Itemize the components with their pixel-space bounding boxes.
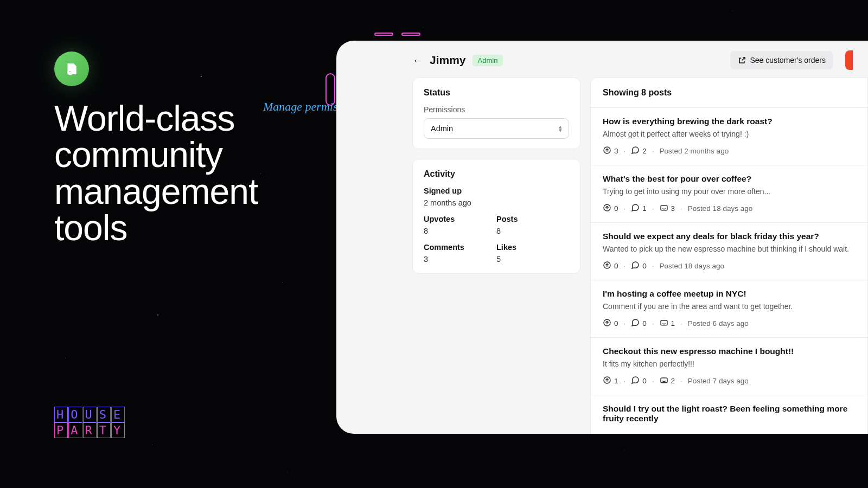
post-body: Trying to get into using my pour over mo… [603, 187, 856, 196]
like-count: 1 [660, 318, 675, 329]
post-meta: 1·0·2·Posted 7 days ago [603, 376, 856, 386]
comments-value: 3 [424, 255, 496, 264]
likes-value: 5 [496, 255, 569, 264]
posted-time: Posted 2 months ago [660, 147, 729, 155]
comment-icon [631, 261, 640, 271]
decorative-tab-outline [401, 33, 420, 36]
panel-header: ← Jimmy Admin See customer's orders [336, 41, 868, 78]
post-body: It fits my kitchen perfectly!!! [603, 359, 856, 368]
comment-icon [631, 203, 640, 214]
post-item[interactable]: Should I try out the light roast? Been f… [591, 395, 867, 434]
upvote-icon [603, 261, 611, 271]
posts-panel: Showing 8 posts How is everything brewin… [590, 78, 868, 434]
permissions-select[interactable]: Admin ▴▾ [424, 118, 569, 139]
upvote-count: 0 [603, 318, 618, 329]
post-title: What's the best for pour over coffee? [603, 174, 856, 184]
posted-time: Posted 7 days ago [688, 377, 749, 385]
admin-panel: ← Jimmy Admin See customer's orders Stat… [336, 41, 868, 434]
like-count: 2 [660, 376, 675, 386]
see-orders-button[interactable]: See customer's orders [730, 51, 833, 69]
post-item[interactable]: What's the best for pour over coffee?Try… [591, 165, 867, 223]
brand-logo-icon [54, 52, 89, 86]
post-body: Wanted to pick up the new espresso machi… [603, 245, 856, 253]
upvotes-value: 8 [424, 227, 496, 235]
signed-up-label: Signed up [424, 187, 569, 195]
comment-count: 0 [631, 376, 647, 386]
select-caret-icon: ▴▾ [559, 125, 562, 132]
upvote-count: 3 [603, 146, 618, 156]
post-title: I'm hosting a coffee meetup in NYC! [603, 289, 856, 299]
post-item[interactable]: How is everything brewing the dark roast… [591, 108, 867, 165]
post-meta: 0·1·3·Posted 18 days ago [603, 203, 856, 214]
brand-wordmark: HOUSE PARTY [54, 407, 125, 438]
post-title: Checkout this new espresso machine I bou… [603, 346, 856, 356]
post-title: Should we expect any deals for black fri… [603, 232, 856, 241]
spam-button-edge[interactable] [845, 50, 853, 70]
signed-up-value: 2 months ago [424, 198, 569, 207]
permissions-label: Permissions [424, 105, 569, 114]
post-item[interactable]: Should we expect any deals for black fri… [591, 223, 867, 280]
smile-icon [660, 203, 668, 214]
post-body: Almost got it perfect after weeks of try… [603, 130, 856, 138]
post-meta: 0·0·Posted 18 days ago [603, 261, 856, 271]
smile-icon [660, 318, 668, 329]
back-button[interactable]: ← [412, 54, 423, 67]
upvotes-label: Upvotes [424, 215, 496, 223]
likes-label: Likes [496, 243, 569, 252]
activity-card-title: Activity [424, 169, 569, 179]
upvote-count: 0 [603, 203, 618, 214]
comment-count: 1 [631, 203, 647, 214]
upvote-icon [603, 203, 611, 214]
user-name: Jimmy [430, 54, 466, 67]
upvote-icon [603, 318, 611, 329]
posts-value: 8 [496, 227, 569, 235]
role-badge: Admin [473, 55, 503, 66]
activity-card: Activity Signed up 2 months ago Upvotes … [412, 159, 580, 274]
like-count: 3 [660, 203, 675, 214]
post-title: Should I try out the light roast? Been f… [603, 404, 856, 423]
permissions-value: Admin [431, 124, 453, 133]
upvote-count: 0 [603, 261, 618, 271]
comments-label: Comments [424, 243, 496, 252]
post-title: How is everything brewing the dark roast… [603, 117, 856, 126]
status-card-title: Status [424, 88, 569, 98]
decorative-tab-outline [374, 33, 393, 36]
post-meta: 0·0·1·Posted 6 days ago [603, 318, 856, 329]
comment-count: 0 [631, 318, 647, 329]
status-card: Status Permissions Admin ▴▾ [412, 78, 580, 149]
comment-icon [631, 146, 640, 156]
posted-time: Posted 18 days ago [660, 262, 724, 270]
headline: World-classcommunitymanagementtools [54, 100, 258, 246]
post-body: Comment if you are in the area and want … [603, 302, 856, 311]
comment-count: 2 [631, 146, 647, 156]
comment-count: 0 [631, 261, 647, 271]
post-meta: 3·2·Posted 2 months ago [603, 146, 856, 156]
comment-icon [631, 318, 640, 329]
post-item[interactable]: Checkout this new espresso machine I bou… [591, 338, 867, 395]
posted-time: Posted 18 days ago [688, 204, 752, 213]
posts-label: Posts [496, 215, 569, 223]
smile-icon [660, 376, 668, 386]
post-item[interactable]: I'm hosting a coffee meetup in NYC!Comme… [591, 280, 867, 338]
upvote-icon [603, 146, 611, 156]
posts-count-header: Showing 8 posts [591, 78, 867, 108]
posted-time: Posted 6 days ago [688, 319, 749, 328]
external-link-icon [738, 56, 746, 65]
see-orders-label: See customer's orders [750, 56, 826, 65]
comment-icon [631, 376, 640, 386]
upvote-icon [603, 376, 611, 386]
upvote-count: 1 [603, 376, 618, 386]
